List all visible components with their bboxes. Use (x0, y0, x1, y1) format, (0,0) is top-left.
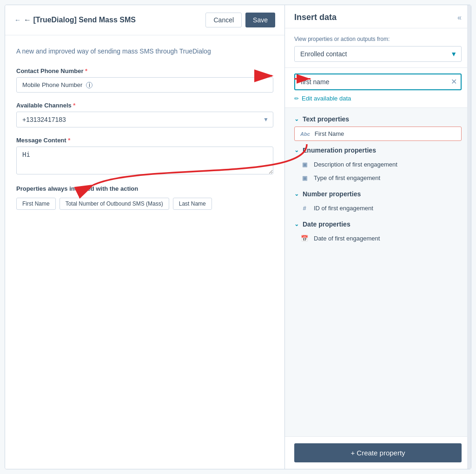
available-channels-select[interactable]: +13132417183 (16, 112, 273, 127)
search-section: ✕ ✏ Edit available data (285, 68, 471, 108)
property-tag-first-name[interactable]: First Name (16, 198, 56, 210)
contact-phone-group: Contact Phone Number * Mobile Phone Numb… (16, 67, 273, 93)
property-tag-outbound-sms[interactable]: Total Number of Outbound SMS (Mass) (60, 198, 169, 210)
search-input[interactable] (294, 73, 462, 90)
enumeration-properties-label: Enumeration properties (303, 147, 376, 154)
text-chevron-icon: ⌄ (294, 116, 299, 122)
enrolled-contact-select[interactable]: Enrolled contact (294, 46, 462, 62)
message-content-input[interactable]: Hi (16, 147, 273, 174)
enumeration-properties-items: ▣ Description of first engagement ▣ Type… (285, 158, 471, 185)
right-footer: + Create property (285, 436, 471, 469)
available-channels-label: Available Channels * (16, 102, 273, 109)
description-first-engagement-label: Description of first engagement (314, 161, 397, 168)
insert-data-header: Insert data « (285, 5, 471, 28)
edit-link-label: Edit available data (302, 95, 351, 102)
abc-icon: Abc (300, 131, 310, 137)
text-properties-header[interactable]: ⌄ Text properties (285, 112, 471, 127)
type-first-engagement-property[interactable]: ▣ Type of first engagement (294, 171, 462, 185)
save-button[interactable]: Save (245, 13, 275, 27)
scrollbar[interactable] (467, 5, 471, 469)
mobile-phone-label: Mobile Phone Number (22, 81, 82, 88)
insert-data-title: Insert data (294, 13, 337, 22)
included-properties-section: Properties always included with the acti… (16, 185, 273, 210)
date-properties-label: Date properties (303, 220, 350, 228)
number-chevron-icon: ⌄ (294, 191, 299, 197)
number-properties-label: Number properties (303, 190, 361, 198)
included-properties-title: Properties always included with the acti… (16, 185, 273, 192)
enum-icon-1: ▣ (300, 161, 309, 168)
edit-icon: ✏ (294, 95, 299, 102)
text-properties-label: Text properties (303, 115, 349, 123)
number-properties-items: # ID of first engagement (285, 201, 471, 215)
text-properties-items: Abc First Name (285, 127, 471, 141)
enum-icon-2: ▣ (300, 175, 309, 181)
collapse-icon[interactable]: « (457, 13, 462, 22)
date-properties-category: ⌄ Date properties 📅 Date of first engage… (285, 217, 471, 245)
search-wrapper: ✕ (294, 73, 462, 90)
search-clear-icon[interactable]: ✕ (451, 78, 457, 86)
calendar-icon: 📅 (300, 235, 309, 242)
date-properties-header[interactable]: ⌄ Date properties (285, 217, 471, 232)
view-properties-label: View properties or action outputs from: (294, 36, 462, 42)
first-name-property[interactable]: Abc First Name (294, 127, 462, 141)
available-channels-wrapper: +13132417183 ▼ (16, 112, 273, 127)
info-icon[interactable]: i (86, 82, 93, 88)
description-text: A new and improved way of sending mass S… (16, 47, 273, 56)
message-content-label: Message Content * (16, 137, 273, 144)
first-name-label: First Name (315, 130, 344, 137)
enumeration-properties-header[interactable]: ⌄ Enumeration properties (285, 143, 471, 158)
date-chevron-icon: ⌄ (294, 221, 299, 227)
hash-icon: # (300, 205, 309, 212)
back-button[interactable]: ← ← [TrueDialog] Send Mass SMS (14, 16, 136, 24)
property-tag-last-name[interactable]: Last Name (173, 198, 212, 210)
available-channels-group: Available Channels * +13132417183 ▼ (16, 102, 273, 127)
view-properties-section: View properties or action outputs from: … (285, 28, 471, 68)
create-property-button[interactable]: + Create property (294, 443, 462, 462)
page-title: ← [TrueDialog] Send Mass SMS (24, 16, 136, 24)
type-first-engagement-label: Type of first engagement (314, 174, 380, 181)
property-tags-container: First Name Total Number of Outbound SMS … (16, 198, 273, 210)
cancel-button[interactable]: Cancel (205, 13, 242, 27)
id-first-engagement-label: ID of first engagement (314, 205, 373, 212)
message-content-group: Message Content * Hi (16, 137, 273, 176)
number-properties-category: ⌄ Number properties # ID of first engage… (285, 187, 471, 215)
text-properties-category: ⌄ Text properties Abc First Name (285, 112, 471, 141)
edit-available-data-link[interactable]: ✏ Edit available data (294, 95, 462, 102)
number-properties-header[interactable]: ⌄ Number properties (285, 187, 471, 201)
description-first-engagement-property[interactable]: ▣ Description of first engagement (294, 158, 462, 171)
date-properties-items: 📅 Date of first engagement (285, 232, 471, 245)
enumeration-properties-category: ⌄ Enumeration properties ▣ Description o… (285, 143, 471, 185)
contact-phone-label: Contact Phone Number * (16, 67, 273, 74)
date-first-engagement-label: Date of first engagement (314, 235, 380, 242)
id-first-engagement-property[interactable]: # ID of first engagement (294, 201, 462, 215)
properties-list: ⌄ Text properties Abc First Name ⌄ Enu (285, 108, 471, 436)
enum-chevron-icon: ⌄ (294, 147, 299, 154)
mobile-phone-field[interactable]: Mobile Phone Number i (16, 77, 273, 93)
date-first-engagement-property[interactable]: 📅 Date of first engagement (294, 232, 462, 245)
back-icon: ← (14, 16, 21, 24)
enrolled-dropdown-wrapper: Enrolled contact ▼ (294, 46, 462, 62)
